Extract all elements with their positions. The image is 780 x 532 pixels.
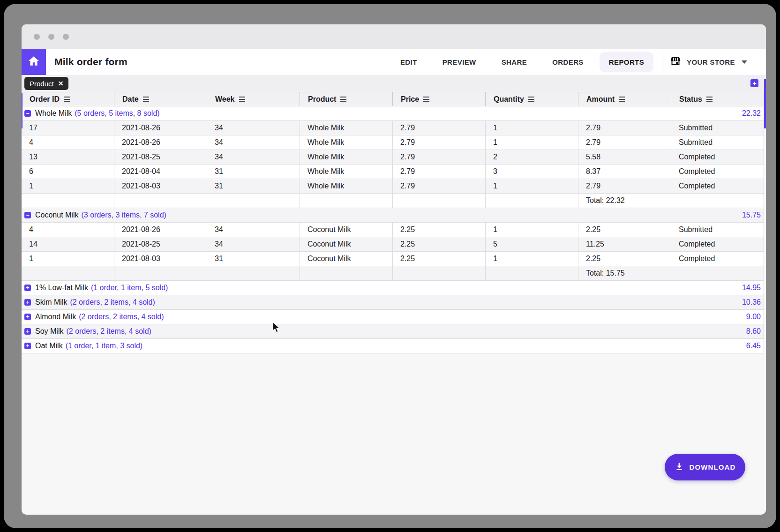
column-header-amount[interactable]: Amount <box>578 92 671 106</box>
table-cell: Coconut Milk <box>300 252 393 266</box>
window-control-dot[interactable] <box>34 34 40 40</box>
expand-icon[interactable]: + <box>24 343 31 349</box>
column-menu-icon[interactable] <box>64 97 70 102</box>
window-control-dot[interactable] <box>48 34 54 40</box>
group-name: Soy Milk <box>35 327 63 336</box>
table-cell <box>22 194 114 208</box>
group-row-soy-milk[interactable]: +Soy Milk(2 orders, 2 items, 4 sold)8.60 <box>22 324 764 339</box>
table-cell: 4 <box>22 223 114 237</box>
left-scrollbar-thumb[interactable] <box>22 93 22 128</box>
nav-tab-edit[interactable]: EDIT <box>391 52 427 72</box>
group-row-almond-milk[interactable]: +Almond Milk(2 orders, 2 items, 4 sold)9… <box>22 310 764 324</box>
group-row-whole-milk[interactable]: −Whole Milk(5 orders, 5 items, 8 sold)22… <box>22 106 764 121</box>
column-header-status[interactable]: Status <box>671 92 764 106</box>
column-label: Product <box>308 95 336 104</box>
column-header-order-id[interactable]: Order ID <box>22 92 114 106</box>
group-row-coconut-milk[interactable]: −Coconut Milk(3 orders, 3 items, 7 sold)… <box>22 208 764 223</box>
table-cell <box>114 194 207 208</box>
table-cell: 2.79 <box>393 135 486 150</box>
table-cell: Submitted <box>671 121 764 135</box>
expand-icon[interactable]: + <box>24 328 31 335</box>
group-summary: (2 orders, 2 items, 4 sold) <box>79 313 164 321</box>
filter-bar: Product ✕ + <box>22 75 766 92</box>
table-cell: 6 <box>22 165 114 179</box>
table-cell: Coconut Milk <box>300 237 393 252</box>
column-label: Date <box>122 95 139 104</box>
table-cell: 14 <box>22 237 114 252</box>
table-cell: 2.25 <box>393 223 486 237</box>
table-cell: 1 <box>486 252 578 266</box>
vertical-scrollbar-thumb[interactable] <box>764 79 766 128</box>
column-header-product[interactable]: Product <box>300 92 393 106</box>
close-icon[interactable]: ✕ <box>58 80 64 87</box>
group-subtotal-row: Total: 22.32 <box>22 194 764 208</box>
table-cell: 2.79 <box>393 165 486 179</box>
header-divider <box>662 51 662 73</box>
column-menu-icon[interactable] <box>143 97 149 102</box>
table-cell <box>114 266 207 281</box>
report-table: Order IDDateWeekProductPriceQuantityAmou… <box>22 92 764 353</box>
group-row-oat-milk[interactable]: +Oat Milk(1 order, 1 item, 3 sold)6.45 <box>22 339 764 353</box>
download-label: DOWNLOAD <box>690 463 736 471</box>
table-cell <box>207 194 300 208</box>
add-filter-button[interactable]: + <box>750 79 758 87</box>
filter-chip-label: Product <box>30 80 54 88</box>
nav-tab-reports[interactable]: REPORTS <box>600 52 653 72</box>
group-summary: (1 order, 1 item, 3 sold) <box>66 342 143 350</box>
table-cell <box>671 266 764 281</box>
table-cell: 34 <box>207 237 300 252</box>
table-cell <box>393 266 486 281</box>
table-cell: 1 <box>486 223 578 237</box>
expand-icon[interactable]: + <box>24 299 31 306</box>
column-menu-icon[interactable] <box>619 97 625 102</box>
table-cell: 11.25 <box>578 237 671 252</box>
expand-icon[interactable]: + <box>24 314 31 320</box>
nav-tab-orders[interactable]: ORDERS <box>543 52 593 72</box>
storefront-icon <box>670 55 681 68</box>
table-cell: 5 <box>486 237 578 252</box>
column-menu-icon[interactable] <box>423 97 429 102</box>
group-total-amount: 15.75 <box>742 211 764 219</box>
home-button[interactable] <box>22 49 46 75</box>
nav-tab-share[interactable]: SHARE <box>492 52 537 72</box>
table-cell: 2.79 <box>393 150 486 165</box>
column-menu-icon[interactable] <box>528 97 534 102</box>
nav-tab-preview[interactable]: PREVIEW <box>433 52 486 72</box>
column-header-week[interactable]: Week <box>207 92 300 106</box>
table-cell: 34 <box>207 135 300 150</box>
table-cell: 2.79 <box>578 179 671 194</box>
filter-chip-product[interactable]: Product ✕ <box>24 77 68 90</box>
column-menu-icon[interactable] <box>340 97 346 102</box>
group-row-1-low-fat-milk[interactable]: +1% Low-fat Milk(1 order, 1 item, 5 sold… <box>22 281 764 295</box>
collapse-icon[interactable]: − <box>24 110 31 117</box>
store-menu-button[interactable]: YOUR STORE <box>670 55 747 68</box>
window-control-dot[interactable] <box>63 34 69 40</box>
table-cell: 1 <box>486 179 578 194</box>
chevron-down-icon <box>742 60 747 64</box>
download-icon <box>675 462 684 472</box>
group-summary: (3 orders, 3 items, 7 sold) <box>81 211 166 219</box>
table-row: 12021-08-0331Coconut Milk2.2512.25Comple… <box>22 252 764 266</box>
table-cell: 34 <box>207 223 300 237</box>
column-header-price[interactable]: Price <box>393 92 486 106</box>
table-cell: 1 <box>22 252 114 266</box>
table-cell: 34 <box>207 121 300 135</box>
table-row: 42021-08-2634Whole Milk2.7912.79Submitte… <box>22 135 764 150</box>
group-total-amount: 9.00 <box>746 313 764 321</box>
column-menu-icon[interactable] <box>706 97 712 102</box>
table-cell <box>300 194 393 208</box>
group-row-skim-milk[interactable]: +Skim Milk(2 orders, 2 items, 4 sold)10.… <box>22 295 764 310</box>
app-header: Milk order form EDITPREVIEWSHAREORDERSRE… <box>22 49 766 75</box>
table-cell: 2.79 <box>393 121 486 135</box>
column-header-quantity[interactable]: Quantity <box>486 92 578 106</box>
table-cell: 8.37 <box>578 165 671 179</box>
table-cell: 31 <box>207 179 300 194</box>
column-header-date[interactable]: Date <box>114 92 207 106</box>
expand-icon[interactable]: + <box>24 285 31 291</box>
table-cell: 3 <box>486 165 578 179</box>
column-menu-icon[interactable] <box>239 97 245 102</box>
subtotal-cell: Total: 22.32 <box>578 194 671 208</box>
table-cell: 2021-08-26 <box>114 135 207 150</box>
collapse-icon[interactable]: − <box>24 212 31 218</box>
download-button[interactable]: DOWNLOAD <box>665 454 745 480</box>
